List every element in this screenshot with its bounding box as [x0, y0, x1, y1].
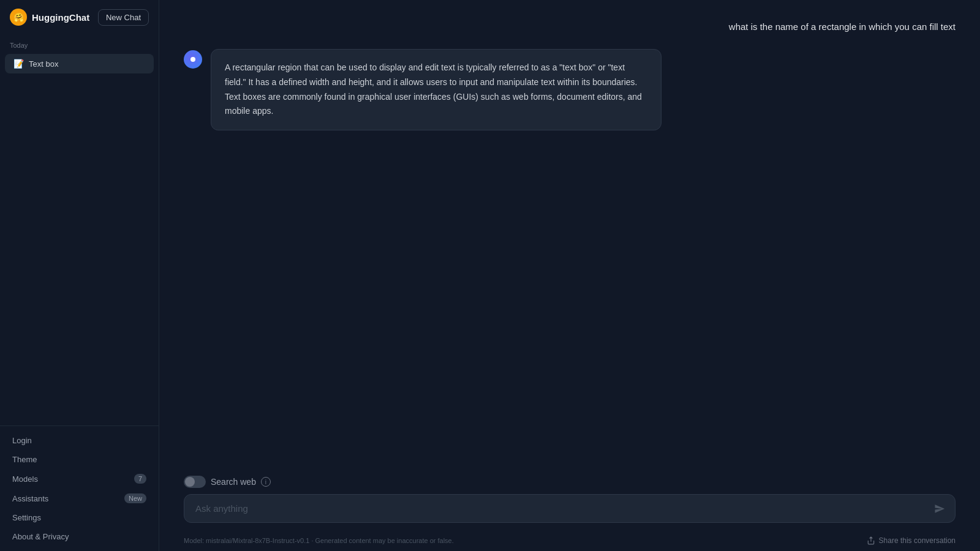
new-chat-button[interactable]: New Chat [98, 9, 149, 26]
assistant-bubble: A rectangular region that can be used to… [211, 49, 662, 130]
sidebar-item-models[interactable]: Models 7 [5, 469, 154, 489]
footer-bar: Model: mistralai/Mixtral-8x7B-Instruct-v… [159, 533, 980, 551]
chat-item-label: Text box [29, 59, 58, 69]
assistants-badge: New [124, 493, 146, 503]
chat-area: what is the name of a rectangle in which… [159, 0, 980, 468]
chat-input[interactable] [184, 495, 955, 522]
chat-item-text-box[interactable]: 📝 Text box [5, 54, 154, 73]
models-badge: 7 [134, 474, 146, 484]
share-label: Share this conversation [879, 536, 956, 545]
toggle-knob [185, 477, 195, 487]
avatar-dot [190, 57, 195, 62]
input-area: Search web i [159, 468, 980, 533]
today-label: Today [0, 34, 159, 53]
sidebar-item-assistants[interactable]: Assistants New [5, 489, 154, 508]
sidebar: 🤗 HuggingChat New Chat Today 📝 Text box … [0, 0, 159, 551]
brand: 🤗 HuggingChat [10, 9, 89, 26]
brand-logo: 🤗 [10, 9, 27, 26]
sidebar-item-theme[interactable]: Theme [5, 450, 154, 469]
sidebar-item-login[interactable]: Login [5, 431, 154, 450]
assistant-message-row: A rectangular region that can be used to… [184, 49, 662, 130]
model-info: Model: mistralai/Mixtral-8x7B-Instruct-v… [184, 537, 454, 544]
search-web-row: Search web i [184, 476, 956, 488]
user-message: what is the name of a rectangle in which… [729, 20, 956, 34]
main-content: what is the name of a rectangle in which… [159, 0, 980, 551]
search-web-label: Search web [211, 477, 256, 487]
input-box-wrap [184, 494, 956, 523]
brand-name: HuggingChat [32, 12, 89, 23]
chat-item-icon: 📝 [13, 59, 24, 69]
sidebar-item-about-privacy[interactable]: About & Privacy [5, 527, 154, 546]
sidebar-bottom: Login Theme Models 7 Assistants New Sett… [0, 425, 159, 551]
info-icon[interactable]: i [261, 477, 271, 487]
sidebar-header: 🤗 HuggingChat New Chat [0, 0, 159, 34]
assistant-avatar [184, 50, 202, 69]
share-icon [867, 536, 875, 545]
send-icon [934, 503, 945, 514]
assistant-message-text: A rectangular region that can be used to… [225, 62, 642, 116]
share-button[interactable]: Share this conversation [867, 536, 956, 545]
sidebar-item-settings[interactable]: Settings [5, 508, 154, 527]
search-web-toggle[interactable] [184, 476, 206, 488]
send-button[interactable] [932, 501, 948, 517]
